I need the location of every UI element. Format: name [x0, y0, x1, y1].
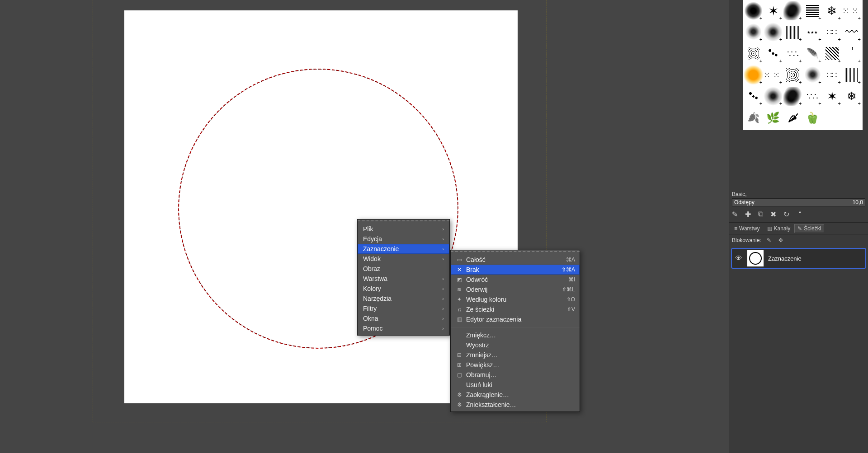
menu-item-help[interactable]: Pomoc ›	[358, 323, 449, 333]
brush-preset[interactable]: +	[842, 87, 861, 106]
submenu-label: Zniekształcenie…	[466, 401, 575, 408]
brush-preset[interactable]: +	[823, 1, 841, 20]
brush-preset[interactable]: +	[783, 65, 802, 84]
brush-preset[interactable]: +	[823, 44, 841, 63]
submenu-item-select-none[interactable]: ✕ Brak ⇧⌘A	[451, 265, 580, 275]
context-menu[interactable]: Plik › Edycja › Zaznaczenie › Widok › Ob…	[357, 219, 450, 336]
visibility-eye-icon[interactable]: 👁	[735, 254, 743, 262]
brush-preset[interactable]: +	[764, 23, 783, 42]
brush-preset[interactable]: +	[823, 23, 841, 42]
chevron-right-icon: ›	[442, 326, 444, 331]
tab-label: Kanały	[774, 225, 791, 232]
menu-item-image[interactable]: Obraz	[358, 264, 449, 274]
menu-item-selection[interactable]: Zaznaczenie ›	[358, 244, 449, 254]
brush-open-icon[interactable]: ⭱	[797, 210, 804, 219]
menu-item-filters[interactable]: Filtry ›	[358, 304, 449, 313]
path-thumbnail[interactable]	[747, 250, 764, 266]
brush-preset[interactable]: +	[744, 1, 763, 20]
brush-preset[interactable]: +	[823, 65, 841, 84]
selection-submenu[interactable]: ▭ Całość ⌘A ✕ Brak ⇧⌘A ◩ Odwróć ⌘I ≋ Ode…	[450, 250, 580, 412]
path-name[interactable]: Zaznaczenie	[768, 255, 802, 262]
brush-preset[interactable]: +	[842, 23, 861, 42]
submenu-item-selection-editor[interactable]: ▥ Edytor zaznaczenia	[451, 314, 580, 324]
brush-preset[interactable]: +	[744, 44, 763, 63]
canvas-area[interactable]: Plik › Edycja › Zaznaczenie › Widok › Ob…	[0, 0, 723, 453]
brush-preset[interactable]: +	[744, 23, 763, 42]
brush-preset[interactable]: +	[842, 65, 861, 84]
submenu-item-rounded[interactable]: ⚙ Zaokrąglenie…	[451, 390, 580, 400]
lock-position-icon[interactable]: ✥	[777, 236, 785, 244]
brush-preset[interactable]: +	[764, 44, 783, 63]
brush-preset[interactable]: +	[803, 23, 822, 42]
brush-preset[interactable]: +	[764, 87, 783, 106]
submenu-item-float[interactable]: ≋ Oderwij ⇧⌘L	[451, 285, 580, 294]
submenu-item-from-path[interactable]: ⎌ Ze ścieżki ⇧V	[451, 304, 580, 314]
tab-layers[interactable]: ≡ Warstwy	[731, 224, 763, 233]
brush-preset[interactable]: +	[783, 1, 802, 20]
spacing-value: 10,0	[853, 199, 863, 205]
menu-item-layer[interactable]: Warstwa ›	[358, 274, 449, 284]
brush-spacing-slider[interactable]: Odstępy 10,0	[732, 198, 865, 206]
brush-new-icon[interactable]: ✚	[745, 210, 751, 219]
chevron-right-icon: ›	[442, 226, 444, 232]
brush-preset[interactable]: +	[764, 65, 783, 84]
submenu-label: Brak	[466, 266, 557, 273]
brushes-grid[interactable]: + + + + + + + + + + + + + + + + + + + + …	[743, 0, 863, 130]
brush-preset[interactable]: +	[823, 87, 841, 106]
brush-preset[interactable]: +	[744, 87, 763, 106]
submenu-label: Usuń luki	[466, 381, 575, 388]
brush-preset[interactable]: +	[803, 44, 822, 63]
menu-item-view[interactable]: Widok ›	[358, 254, 449, 264]
brush-preset[interactable]: +	[764, 1, 783, 20]
brush-preset[interactable]: +	[744, 65, 763, 84]
menu-item-windows[interactable]: Okna ›	[358, 313, 449, 323]
submenu-item-feather[interactable]: Zmiękcz…	[451, 330, 580, 340]
submenu-item-distort[interactable]: ⚙ Zniekształcenie…	[451, 400, 580, 410]
path-item[interactable]: 👁 Zaznaczenie	[731, 248, 866, 269]
brush-preset[interactable]	[744, 108, 763, 127]
submenu-item-invert[interactable]: ◩ Odwróć ⌘I	[451, 275, 580, 285]
brush-preset[interactable]: +	[803, 65, 822, 84]
submenu-item-select-all[interactable]: ▭ Całość ⌘A	[451, 255, 580, 265]
menu-label: Zaznaczenie	[363, 245, 399, 252]
select-round-icon: ⚙	[455, 392, 463, 398]
submenu-item-sharpen[interactable]: Wyostrz	[451, 340, 580, 350]
menu-tearoff-handle[interactable]	[451, 251, 580, 254]
lock-row: Blokowanie: ✎ ✥	[729, 234, 868, 246]
submenu-label: Całość	[466, 256, 561, 263]
submenu-item-remove-holes[interactable]: Usuń luki	[451, 380, 580, 390]
tab-label: Ścieżki	[804, 225, 821, 232]
shortcut-text: ⇧⌘A	[557, 266, 575, 273]
submenu-item-grow[interactable]: ⊞ Powiększ…	[451, 360, 580, 370]
paths-list: 👁 Zaznaczenie	[729, 246, 868, 271]
brush-preset[interactable]	[803, 108, 822, 127]
brush-refresh-icon[interactable]: ↻	[783, 210, 789, 219]
brush-preset[interactable]: +	[842, 1, 861, 20]
brush-preset[interactable]	[783, 108, 802, 127]
brush-preset[interactable]: +	[803, 87, 822, 106]
menu-item-file[interactable]: Plik ›	[358, 224, 449, 234]
brush-delete-icon[interactable]: ✖	[770, 210, 776, 219]
lock-content-icon[interactable]: ✎	[765, 236, 773, 244]
layers-icon: ≡	[734, 225, 737, 232]
menu-item-colors[interactable]: Kolory ›	[358, 284, 449, 294]
brush-edit-icon[interactable]: ✎	[732, 210, 738, 219]
brush-preset[interactable]: +	[842, 44, 861, 63]
submenu-item-border[interactable]: ▢ Obramuj…	[451, 370, 580, 380]
menu-label: Okna	[363, 315, 378, 322]
submenu-label: Wyostrz	[466, 341, 575, 349]
tab-paths[interactable]: ✎ Ścieżki	[794, 224, 824, 233]
brush-preset[interactable]	[764, 108, 783, 127]
menu-item-edit[interactable]: Edycja ›	[358, 234, 449, 244]
spacing-label: Odstępy	[734, 199, 755, 205]
brush-preset[interactable]: +	[783, 87, 802, 106]
menu-item-tools[interactable]: Narzędzia ›	[358, 294, 449, 304]
brush-preset[interactable]: +	[783, 23, 802, 42]
tab-channels[interactable]: ▥ Kanały	[764, 224, 794, 233]
brush-duplicate-icon[interactable]: ⧉	[758, 210, 763, 219]
brush-preset[interactable]: +	[803, 1, 822, 20]
submenu-item-shrink[interactable]: ⊟ Zmniejsz…	[451, 350, 580, 360]
submenu-item-by-color[interactable]: ✦ Według koloru ⇧O	[451, 294, 580, 304]
menu-tearoff-handle[interactable]	[358, 220, 449, 223]
brush-preset[interactable]: +	[783, 44, 802, 63]
